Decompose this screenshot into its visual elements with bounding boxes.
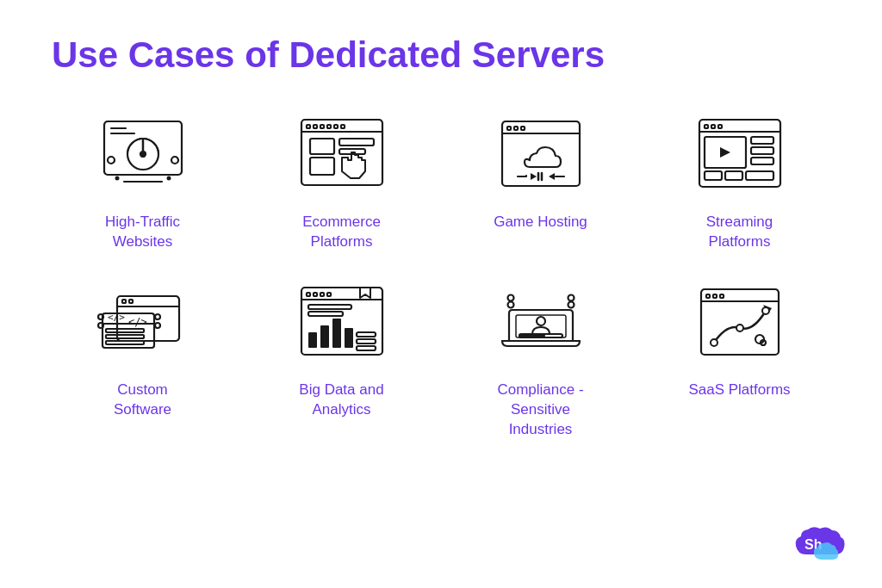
svg-rect-77 [357, 339, 376, 344]
card-ecommerce-label: EcommercePlatforms [302, 213, 381, 252]
svg-rect-43 [751, 137, 773, 144]
svg-rect-91 [713, 294, 717, 298]
svg-rect-75 [345, 328, 353, 348]
card-custom-software-label: CustomSoftware [114, 381, 171, 420]
svg-point-63 [155, 323, 160, 328]
card-compliance-label: Compliance -SensitiveIndustries [497, 381, 583, 440]
card-game-hosting-label: Game Hosting [494, 213, 587, 232]
svg-marker-30 [531, 173, 537, 180]
svg-rect-26 [507, 127, 511, 130]
svg-point-60 [98, 314, 103, 319]
svg-rect-14 [307, 125, 310, 128]
page-container: Use Cases of Dedicated Servers [0, 0, 882, 466]
card-saas-label: SaaS Platforms [688, 381, 790, 400]
svg-rect-59 [106, 341, 144, 344]
svg-text:</>: </> [108, 312, 125, 323]
svg-rect-45 [751, 158, 773, 164]
svg-marker-42 [720, 147, 730, 158]
svg-rect-17 [327, 125, 331, 128]
svg-rect-92 [720, 294, 724, 298]
card-streaming: StreamingPlatforms [649, 110, 830, 252]
svg-rect-76 [357, 332, 376, 337]
svg-point-83 [507, 294, 513, 300]
svg-rect-51 [122, 300, 126, 303]
svg-rect-21 [339, 139, 374, 145]
svg-rect-23 [310, 158, 334, 175]
card-high-traffic: High-TrafficWebsites [52, 110, 233, 252]
game-hosting-icon [491, 110, 590, 201]
svg-rect-78 [357, 346, 376, 350]
card-big-data-label: Big Data andAnalytics [299, 381, 383, 420]
card-compliance: Compliance -SensitiveIndustries [450, 278, 631, 440]
svg-rect-58 [106, 335, 144, 338]
svg-rect-72 [308, 332, 317, 348]
svg-point-85 [568, 294, 574, 300]
svg-point-95 [736, 325, 743, 331]
svg-rect-19 [341, 125, 345, 128]
card-streaming-label: StreamingPlatforms [706, 213, 773, 252]
card-custom-software: </> </> CustomSoftware [52, 278, 233, 440]
svg-point-94 [711, 339, 717, 346]
card-high-traffic-label: High-TrafficWebsites [105, 213, 180, 252]
svg-point-9 [166, 176, 171, 180]
svg-rect-39 [711, 125, 715, 128]
svg-rect-44 [751, 147, 773, 154]
svg-rect-20 [310, 139, 334, 154]
svg-point-7 [140, 152, 146, 157]
svg-rect-68 [320, 293, 324, 296]
svg-rect-73 [320, 325, 329, 348]
svg-rect-67 [314, 293, 317, 296]
svg-rect-46 [705, 171, 722, 180]
svg-rect-71 [308, 312, 343, 316]
cards-grid: High-TrafficWebsites [52, 110, 830, 440]
compliance-icon [491, 278, 590, 368]
svg-rect-48 [746, 171, 773, 180]
svg-point-84 [568, 301, 574, 307]
card-game-hosting: Game Hosting [450, 110, 631, 252]
svg-point-62 [155, 314, 160, 319]
high-traffic-icon [93, 110, 192, 201]
svg-rect-40 [718, 125, 722, 128]
svg-rect-16 [320, 125, 324, 128]
custom-software-icon: </> </> [93, 278, 192, 368]
svg-point-11 [171, 157, 178, 164]
svg-rect-87 [519, 334, 545, 337]
svg-marker-33 [549, 173, 555, 180]
svg-rect-15 [314, 125, 317, 128]
card-ecommerce: EcommercePlatforms [251, 110, 432, 252]
streaming-icon [690, 110, 789, 201]
svg-rect-47 [725, 171, 742, 180]
svg-rect-70 [308, 305, 351, 309]
svg-rect-74 [332, 319, 341, 348]
svg-point-10 [108, 157, 115, 164]
svg-rect-69 [327, 293, 331, 296]
ecommerce-icon [292, 110, 391, 201]
svg-rect-28 [521, 127, 525, 130]
svg-point-96 [762, 307, 769, 314]
svg-rect-66 [307, 293, 310, 296]
svg-rect-57 [106, 329, 144, 332]
brand-logo: Sh [789, 522, 849, 569]
svg-text:</>: </> [128, 316, 147, 328]
saas-icon [690, 278, 789, 368]
big-data-icon [292, 278, 391, 368]
svg-rect-18 [334, 125, 338, 128]
svg-rect-90 [706, 294, 710, 298]
svg-rect-38 [705, 125, 708, 128]
svg-rect-52 [129, 300, 133, 303]
svg-rect-27 [514, 127, 518, 130]
svg-point-8 [115, 176, 119, 180]
card-saas: SaaS Platforms [649, 278, 830, 440]
page-title: Use Cases of Dedicated Servers [52, 34, 830, 76]
svg-point-61 [98, 323, 103, 328]
card-big-data: Big Data andAnalytics [251, 278, 432, 440]
svg-point-82 [507, 301, 513, 307]
